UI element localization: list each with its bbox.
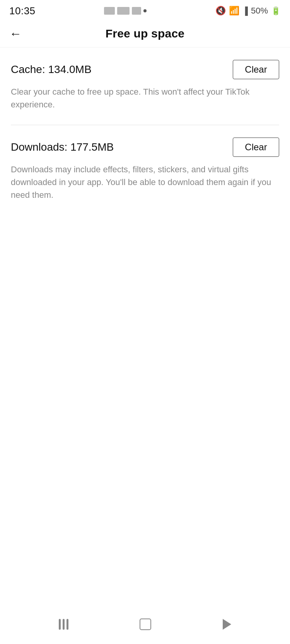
clear-cache-button[interactable]: Clear: [233, 60, 279, 79]
bottom-nav: [0, 609, 290, 644]
wifi-icon: 📶: [229, 6, 239, 16]
notification-dot: [143, 9, 147, 12]
mute-icon: 🔇: [215, 6, 226, 16]
page-title: Free up space: [106, 27, 184, 40]
main-content: Cache: 134.0MB Clear Clear your cache to…: [0, 48, 290, 609]
battery-status: 50%: [251, 6, 268, 16]
nav-bar: ← Free up space: [0, 20, 290, 48]
status-left-icons: [104, 7, 147, 15]
home-icon: [140, 619, 151, 630]
downloads-title: Downloads: 177.5MB: [11, 141, 114, 153]
recent-apps-button[interactable]: [59, 619, 68, 630]
status-right-icons: 🔇 📶 ▐ 50% 🔋: [215, 6, 281, 16]
cache-section: Cache: 134.0MB Clear Clear your cache to…: [0, 48, 290, 125]
status-bar: 10:35 🔇 📶 ▐ 50% 🔋: [0, 0, 290, 20]
downloads-section: Downloads: 177.5MB Clear Downloads may i…: [0, 125, 290, 215]
grid-icon: [132, 7, 141, 15]
battery-icon: 🔋: [271, 6, 281, 15]
downloads-description: Downloads may include effects, filters, …: [11, 163, 279, 201]
recent-apps-icon: [59, 619, 68, 630]
amazon-icon: [117, 7, 130, 15]
back-nav-icon: [223, 619, 231, 630]
back-nav-button[interactable]: [223, 619, 231, 630]
home-button[interactable]: [140, 619, 151, 630]
cache-description: Clear your cache to free up space. This …: [11, 85, 279, 111]
status-time: 10:35: [9, 5, 36, 17]
downloads-row: Downloads: 177.5MB Clear: [11, 138, 279, 157]
cache-row: Cache: 134.0MB Clear: [11, 60, 279, 79]
clear-downloads-button[interactable]: Clear: [233, 138, 279, 157]
signal-icon: ▐: [242, 7, 248, 15]
cache-title: Cache: 134.0MB: [11, 63, 92, 76]
photo-icon: [104, 7, 115, 15]
back-button[interactable]: ←: [9, 27, 22, 40]
